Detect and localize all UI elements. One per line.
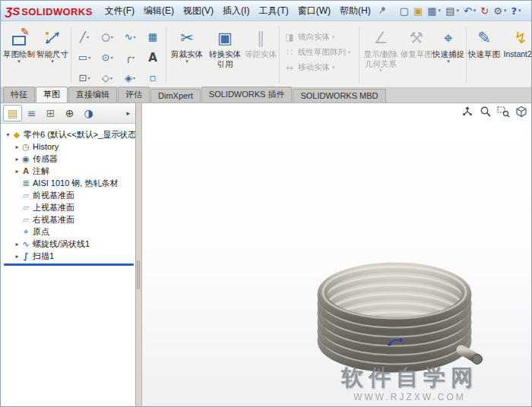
print-icon: ▤ — [445, 5, 454, 17]
zoom-area-icon[interactable] — [497, 106, 510, 118]
zoom-fit-icon[interactable] — [480, 106, 492, 118]
point-tool-icon[interactable]: ▫ — [141, 68, 164, 88]
menu-tools[interactable]: 工具(T) — [254, 2, 293, 21]
menu-edit[interactable]: 编辑(E) — [139, 2, 179, 21]
fillet-tool-icon[interactable]: ⊡ — [73, 68, 96, 88]
move-entities-icon: ↔ — [283, 62, 296, 73]
repair-sketch-label: 修复草图 — [401, 49, 432, 59]
ellipse-tool-icon[interactable]: ◇ — [96, 68, 119, 88]
tree-item-label: 扫描1 — [33, 251, 54, 262]
graphics-viewport[interactable]: 软件自学网 WWW.RJZXW.COM — [142, 103, 531, 406]
rollback-bar[interactable] — [4, 263, 134, 266]
sketch-button[interactable]: ✎ 草图绘制 — [2, 23, 36, 87]
tree-item-right-plane[interactable]: ▱ 右视基准面 — [2, 213, 135, 226]
command-manager-tabs: 特征 草图 直接编辑 评估 DimXpert SOLIDWORKS 插件 SOL… — [1, 88, 531, 103]
material-icon: ≣ — [21, 178, 31, 188]
displaymanager-tab[interactable]: ◑ — [79, 105, 98, 121]
instant2d-icon: ↯ — [514, 27, 527, 49]
print-button[interactable]: ▤ — [443, 4, 461, 18]
tree-item-label: History — [33, 142, 59, 151]
tree-item-history[interactable]: ◷ History — [2, 140, 135, 153]
quick-snaps-button[interactable]: ⌖ 快速捕捉 — [432, 23, 464, 87]
heads-up-view-toolbar — [461, 106, 527, 118]
dimxpertmanager-tab[interactable]: ⊕ — [60, 105, 79, 121]
tree-item-sweep[interactable]: ∫ 扫描1 — [2, 250, 135, 262]
expand-arrow-icon[interactable] — [14, 168, 21, 175]
menu-help[interactable]: 帮助(H) — [335, 2, 375, 21]
tree-item-part-root[interactable]: ◆ 零件6 (默认<<默认>_显示状态 1>) — [2, 128, 135, 140]
smart-dimension-icon — [43, 27, 62, 49]
tab-sketch[interactable]: 草图 — [36, 87, 68, 103]
panel-tab-overflow-icon[interactable]: ▸ — [123, 109, 133, 117]
circle-tool-icon[interactable]: ○ — [96, 27, 119, 47]
splitter-handle-icon[interactable] — [137, 260, 140, 289]
tree-item-top-plane[interactable]: ▱ 上视基准面 — [2, 201, 135, 213]
tab-direct-editing[interactable]: 直接编辑 — [68, 87, 117, 103]
construction-grid-icon[interactable]: ▦ — [141, 27, 164, 47]
spline-tool-icon[interactable]: ∿ — [119, 27, 141, 47]
move-entities-button[interactable]: ↔ 移动实体 — [281, 60, 357, 75]
feature-tree: ◆ 零件6 (默认<<默认>_显示状态 1>) ◷ History ◉ 传感器 … — [1, 124, 135, 406]
line-tool-icon[interactable]: ╱ — [73, 27, 96, 47]
tree-item-sensors[interactable]: ◉ 传感器 — [2, 153, 135, 165]
tree-item-origin[interactable]: ⌖ 原点 — [2, 226, 135, 238]
mirror-entities-button[interactable]: ◨ 镜向实体 — [281, 30, 357, 45]
arc-tool-icon[interactable]: ╭ — [119, 47, 141, 68]
expand-arrow-icon[interactable] — [5, 131, 11, 138]
linear-sketch-pattern-button[interactable]: ∷ 线性草图阵列 — [281, 45, 357, 60]
ribbon-separator — [359, 27, 359, 84]
display-style-icon[interactable] — [515, 106, 527, 118]
tree-item-material[interactable]: ≣ AISI 1010 钢, 热轧条材 — [2, 177, 135, 189]
offset-entities-button[interactable]: ∥ 等距实体 — [244, 23, 277, 87]
tree-item-helix[interactable]: ∿ 螺旋线/涡状线1 — [2, 238, 135, 250]
menu-file[interactable]: 文件(F) — [100, 2, 139, 21]
rapid-sketch-button[interactable]: ✎ 快速草图 — [468, 23, 500, 87]
helix-icon: ∿ — [21, 239, 31, 249]
rectangle-tool-icon[interactable]: ▭ — [73, 47, 96, 68]
panel-splitter[interactable] — [136, 103, 142, 406]
origin-icon: ⌖ — [21, 227, 31, 237]
repair-sketch-button[interactable]: ⚒ 修复草图 — [401, 23, 432, 87]
save-button[interactable]: ▦ — [425, 4, 443, 18]
propertymanager-tab[interactable]: ≡ — [22, 105, 41, 121]
polygon-tool-icon[interactable]: ◈ — [119, 68, 141, 88]
view-orientation-icon[interactable] — [461, 106, 474, 118]
tab-solidworks-mbd[interactable]: SOLIDWORKS MBD — [293, 89, 385, 103]
tree-item-label: 前视基准面 — [33, 190, 74, 201]
instant2d-button[interactable]: ↯ Instant2D — [500, 23, 531, 87]
featuremanager-tab[interactable]: ▤ — [3, 105, 22, 121]
trim-entities-button[interactable]: ✂ 剪裁实体 — [168, 23, 206, 87]
configurationmanager-tab-icon: ⊞ — [46, 107, 55, 119]
tree-item-label: 传感器 — [33, 153, 58, 165]
slot-tool-icon[interactable]: ⊙ — [96, 47, 119, 68]
new-document-button[interactable]: ▢ — [397, 4, 411, 18]
expand-arrow-icon[interactable] — [14, 156, 21, 162]
options-button[interactable]: ⚙ — [491, 4, 508, 18]
tab-features[interactable]: 特征 — [3, 87, 35, 103]
move-entities-label: 移动实体 — [298, 62, 330, 73]
text-tool-icon[interactable]: A — [141, 47, 164, 68]
tab-evaluate[interactable]: 评估 — [118, 87, 150, 103]
tab-dimxpert[interactable]: DimXpert — [150, 89, 201, 103]
expand-arrow-icon[interactable] — [14, 144, 21, 150]
tree-item-front-plane[interactable]: ▱ 前视基准面 — [2, 189, 135, 201]
help-button[interactable]: ? — [508, 4, 523, 18]
open-file-button[interactable]: ▣ — [411, 4, 425, 18]
rapid-sketch-label: 快速草图 — [468, 49, 500, 59]
tab-solidworks-addins[interactable]: SOLIDWORKS 插件 — [201, 87, 293, 103]
rebuild-button[interactable]: ↻ — [478, 4, 491, 18]
smart-dimension-button[interactable]: 智能尺寸 — [36, 23, 69, 87]
chevron-down-icon — [185, 59, 188, 64]
tree-item-annotations[interactable]: A 注解 — [2, 165, 135, 177]
menu-insert[interactable]: 插入(I) — [218, 2, 254, 21]
menu-view[interactable]: 视图(V) — [179, 2, 218, 21]
display-delete-relations-button[interactable]: ∠ 显示/删除几何关系 — [361, 23, 401, 87]
pin-menu-icon[interactable] — [378, 6, 387, 15]
convert-entities-button[interactable]: ▣ 转换实体引用 — [206, 23, 244, 87]
undo-button[interactable]: ↶ — [461, 4, 478, 18]
configurationmanager-tab[interactable]: ⊞ — [41, 105, 60, 121]
menu-window[interactable]: 窗口(W) — [293, 2, 335, 21]
expand-arrow-icon[interactable] — [14, 241, 21, 248]
expand-arrow-icon[interactable] — [14, 253, 21, 260]
chevron-down-icon — [17, 59, 21, 64]
